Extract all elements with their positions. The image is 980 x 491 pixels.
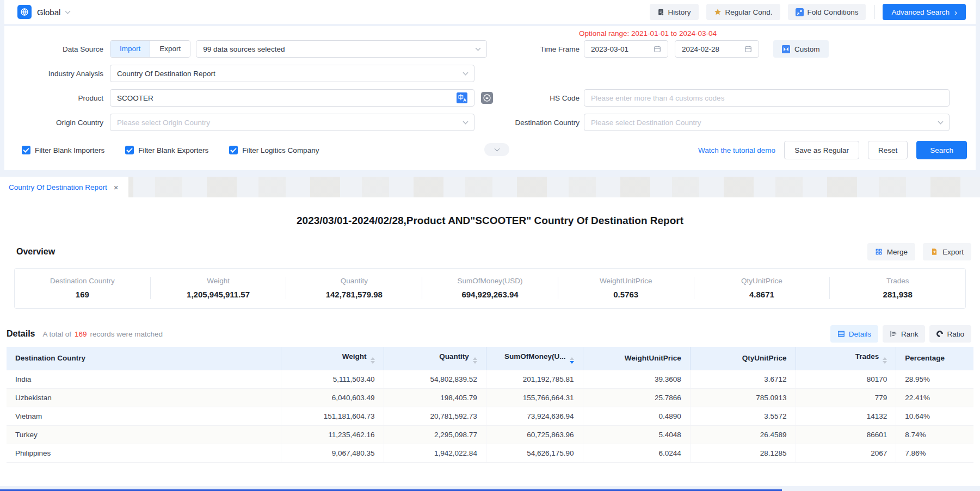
sort-icon[interactable] <box>883 357 887 364</box>
tab-label: Country Of Destination Report <box>9 183 107 191</box>
merge-label: Merge <box>887 248 908 256</box>
cell-weight: 11,235,462.16 <box>281 425 384 444</box>
region-switcher[interactable]: Global <box>17 5 70 19</box>
fold-conditions-label: Fold Conditions <box>808 8 859 16</box>
destination-country-select[interactable]: Please select Destination Country <box>584 114 950 131</box>
cell-trades: 2067 <box>796 444 896 462</box>
destination-country-placeholder: Please select Destination Country <box>591 119 701 127</box>
checkbox-label: Filter Logitics Company <box>242 146 319 154</box>
column-header-weight[interactable]: Weight <box>281 347 384 370</box>
cell-destination-country: Uzbekistan <box>7 388 281 407</box>
save-as-regular-button[interactable]: Save as Regular <box>784 141 859 159</box>
details-heading: Details <box>7 329 35 339</box>
collapse-conditions-button[interactable] <box>484 143 509 156</box>
table-row[interactable]: Philippines9,067,480.351,942,022.8454,62… <box>7 444 973 462</box>
column-header-trades[interactable]: Trades <box>796 347 896 370</box>
stat-value: 1,205,945,911.57 <box>151 290 286 299</box>
history-button[interactable]: History <box>650 4 699 20</box>
origin-country-select[interactable]: Please select Origin Country <box>110 114 474 131</box>
translate-icon[interactable] <box>457 92 467 103</box>
view-details-label: Details <box>849 330 871 338</box>
chevron-down-icon <box>938 119 944 125</box>
advanced-search-button[interactable]: Advanced Search › <box>883 4 966 20</box>
data-source-label: Data Source <box>17 45 103 53</box>
cell-qtyunitprice: 28.1285 <box>690 444 796 462</box>
column-header-sumofmoney-u[interactable]: SumOfMoney(U... <box>486 347 583 370</box>
cell-sumofmoney-u: 60,725,863.96 <box>486 425 583 444</box>
cell-quantity: 20,781,592.73 <box>384 407 486 425</box>
filter-blank-importers-checkbox[interactable]: Filter Blank Importers <box>22 146 104 154</box>
product-input[interactable] <box>117 94 457 102</box>
chevron-down-icon <box>463 70 469 76</box>
total-count: 169 <box>75 330 87 338</box>
search-button[interactable]: Search <box>916 141 967 159</box>
table-row[interactable]: Vietnam151,181,604.7320,781,592.7373,924… <box>7 407 973 425</box>
custom-range-button[interactable]: Custom <box>773 40 829 58</box>
column-header-quantity[interactable]: Quantity <box>384 347 486 370</box>
data-source-select[interactable]: 99 data sources selected <box>196 40 487 58</box>
reset-button[interactable]: Reset <box>868 141 908 159</box>
cell-sumofmoney-u: 201,192,785.81 <box>486 370 583 388</box>
table-row[interactable]: Turkey11,235,462.162,295,098.7760,725,86… <box>7 425 973 444</box>
cell-percentage: 22.41% <box>896 388 973 407</box>
view-details-button[interactable]: Details <box>830 325 878 343</box>
globe-logo-icon <box>17 5 32 19</box>
stat-label: SumOfMoney(USD) <box>422 277 558 285</box>
regular-cond-label: Regular Cond. <box>725 8 773 16</box>
view-rank-button[interactable]: Rank <box>883 325 926 343</box>
stat-label: Trades <box>830 277 965 285</box>
chevron-down-icon <box>65 9 71 14</box>
time-frame-group: Time Frame 2023-03-01 2024-02-28 <box>509 40 950 58</box>
fold-conditions-button[interactable]: Fold Conditions <box>788 4 866 20</box>
checkbox-checked-icon <box>22 146 30 154</box>
hs-code-input[interactable] <box>591 94 942 102</box>
exact-match-icon[interactable] <box>481 90 497 106</box>
cell-destination-country: Turkey <box>7 425 281 444</box>
row-product: Product HS Code <box>17 89 971 107</box>
table-row[interactable]: India5,111,503.4054,802,839.52201,192,78… <box>7 370 973 388</box>
cell-qtyunitprice: 785.0913 <box>690 388 796 407</box>
topbar: Global History Regular Cond. Fold Con <box>4 0 976 24</box>
cell-quantity: 2,295,098.77 <box>384 425 486 444</box>
stat-value: 694,929,263.94 <box>422 290 558 299</box>
cell-percentage: 8.74% <box>896 425 973 444</box>
start-date-input[interactable]: 2023-03-01 <box>584 40 668 58</box>
export-button[interactable]: Export <box>923 243 971 260</box>
filter-logitics-company-checkbox[interactable]: Filter Logitics Company <box>229 146 319 154</box>
optional-range-text: Optional range: 2021-01-01 to 2024-03-04 <box>579 29 717 38</box>
sort-icon[interactable] <box>473 357 477 364</box>
filter-blank-exporters-checkbox[interactable]: Filter Blank Exporters <box>125 146 208 154</box>
history-icon <box>657 9 664 16</box>
import-tab[interactable]: Import <box>110 41 150 57</box>
chevron-right-icon: › <box>954 8 957 16</box>
tutorial-link[interactable]: Watch the tutorial demo <box>698 146 775 154</box>
cell-weight: 151,181,604.73 <box>281 407 384 425</box>
regular-cond-button[interactable]: Regular Cond. <box>706 4 780 20</box>
chevron-down-icon <box>463 119 469 125</box>
end-date-input[interactable]: 2024-02-28 <box>675 40 759 58</box>
stat-label: Weight <box>151 277 286 285</box>
view-ratio-label: Ratio <box>947 330 964 338</box>
stat-quantity: Quantity142,781,579.98 <box>286 277 422 299</box>
cell-weightunitprice: 6.0244 <box>583 444 690 462</box>
topbar-actions: History Regular Cond. Fold Conditions Ad… <box>642 4 966 20</box>
industry-analysis-label: Industry Analysis <box>17 70 103 78</box>
table-icon <box>837 330 845 338</box>
sort-icon[interactable] <box>570 357 574 364</box>
cell-percentage: 7.86% <box>896 444 973 462</box>
tab-country-of-destination-report[interactable]: Country Of Destination Report × <box>0 177 128 197</box>
close-icon[interactable]: × <box>114 183 119 192</box>
cell-qtyunitprice: 3.5572 <box>690 407 796 425</box>
view-ratio-button[interactable]: Ratio <box>929 325 971 343</box>
export-label: Export <box>942 248 964 256</box>
sort-icon[interactable] <box>371 357 375 364</box>
data-source-value: 99 data sources selected <box>203 45 285 53</box>
overview-stats: Destination Country169Weight1,205,945,91… <box>14 268 966 309</box>
report-content: 2023/03/01-2024/02/28,Product AND"SCOOTE… <box>0 197 980 486</box>
stat-value: 142,781,579.98 <box>286 290 422 299</box>
checkbox-label: Filter Blank Exporters <box>138 146 208 154</box>
table-row[interactable]: Uzbekistan6,040,603.49198,405.79155,766,… <box>7 388 973 407</box>
export-tab[interactable]: Export <box>150 41 190 57</box>
industry-analysis-select[interactable]: Country Of Destination Report <box>110 65 474 82</box>
merge-button[interactable]: Merge <box>867 243 915 260</box>
